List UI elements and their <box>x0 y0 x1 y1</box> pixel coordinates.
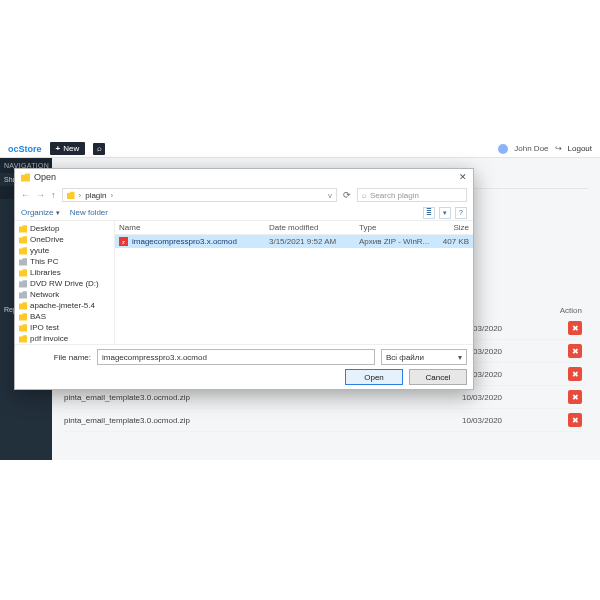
search-placeholder: Search plagin <box>370 191 419 200</box>
nav-back-icon[interactable]: ← <box>21 190 30 200</box>
new-button[interactable]: +New <box>50 142 86 155</box>
nav-up-icon[interactable]: ↑ <box>51 190 56 200</box>
file-name: imagecompresspro3.x.ocmod <box>132 237 269 246</box>
chevron-down-icon: ▾ <box>56 209 60 216</box>
file-date: 3/15/2021 9:52 AM <box>269 237 359 246</box>
folder-icon <box>19 269 27 277</box>
file-type: Архив ZIP - WinR... <box>359 237 429 246</box>
folder-icon <box>19 302 27 310</box>
tree-node[interactable]: DVD RW Drive (D:) <box>19 278 110 289</box>
view-options-icon[interactable]: ▾ <box>439 207 451 219</box>
avatar[interactable] <box>498 144 508 154</box>
pc-icon <box>19 258 27 266</box>
new-button-label: New <box>63 144 79 153</box>
folder-icon <box>19 225 27 233</box>
delete-button[interactable]: ✖ <box>568 367 582 381</box>
chevron-right-icon: › <box>111 191 114 200</box>
col-name[interactable]: Name <box>119 223 269 232</box>
row-date: 10/03/2020 <box>462 347 542 356</box>
zip-icon: z <box>119 237 128 246</box>
file-open-dialog: Open ✕ ← → ↑ › plagin › v ⟳ ⌕ Search pla… <box>14 168 474 390</box>
tree-node[interactable]: Network <box>19 289 110 300</box>
row-date: 10/03/2020 <box>462 370 542 379</box>
file-size: 407 KB <box>429 237 469 246</box>
table-row: pinta_email_template3.0.ocmod.zip 10/03/… <box>64 409 582 432</box>
tree-node[interactable]: Desktop <box>19 223 110 234</box>
tree-node[interactable]: yyute <box>19 245 110 256</box>
tree-node[interactable]: BAS <box>19 311 110 322</box>
file-name-label: File name: <box>21 353 91 362</box>
user-name[interactable]: John Doe <box>514 144 548 153</box>
dialog-title: Open <box>34 172 56 182</box>
delete-button[interactable]: ✖ <box>568 344 582 358</box>
chevron-down-icon[interactable]: v <box>328 191 332 200</box>
search-input[interactable]: ⌕ Search plagin <box>357 188 467 202</box>
file-row-selected[interactable]: z imagecompresspro3.x.ocmod 3/15/2021 9:… <box>115 235 473 248</box>
logout-icon: ↪ <box>555 144 562 153</box>
organize-menu[interactable]: Organize ▾ <box>21 208 60 217</box>
file-list[interactable]: Name Date modified Type Size z imagecomp… <box>115 221 473 344</box>
file-name-input[interactable] <box>97 349 375 365</box>
cancel-button[interactable]: Cancel <box>409 369 467 385</box>
plus-icon: + <box>56 144 61 153</box>
row-name: pinta_email_template3.0.ocmod.zip <box>64 416 462 425</box>
folder-icon <box>19 313 27 321</box>
search-icon: ⌕ <box>362 191 367 200</box>
tree-node[interactable]: This PC <box>19 256 110 267</box>
view-mode-icon[interactable]: ≣ <box>423 207 435 219</box>
file-type-filter[interactable]: Всі файли ▾ <box>381 349 467 365</box>
row-date: 10/03/2020 <box>462 324 542 333</box>
chevron-right-icon: › <box>79 191 82 200</box>
folder-icon <box>19 247 27 255</box>
new-folder-button[interactable]: New folder <box>70 208 108 217</box>
close-icon[interactable]: ✕ <box>459 172 467 182</box>
delete-button[interactable]: ✖ <box>568 321 582 335</box>
tree-node[interactable]: IPO test <box>19 322 110 333</box>
delete-button[interactable]: ✖ <box>568 390 582 404</box>
folder-tree[interactable]: Desktop OneDrive yyute This PC Libraries… <box>15 221 115 344</box>
chevron-down-icon: ▾ <box>458 353 462 362</box>
network-icon <box>19 291 27 299</box>
tree-node[interactable]: OneDrive <box>19 234 110 245</box>
nav-forward-icon[interactable]: → <box>36 190 45 200</box>
folder-icon <box>19 335 27 343</box>
row-name: pinta_email_template3.0.ocmod.zip <box>64 393 462 402</box>
tree-node[interactable]: Libraries <box>19 267 110 278</box>
refresh-icon[interactable]: ⟳ <box>343 190 351 200</box>
col-type[interactable]: Type <box>359 223 429 232</box>
row-date: 10/03/2020 <box>462 416 542 425</box>
search-icon[interactable]: ⌕ <box>93 143 105 155</box>
path-segment[interactable]: plagin <box>85 191 106 200</box>
folder-icon <box>67 191 75 199</box>
tree-node[interactable]: pdf invoice <box>19 333 110 344</box>
address-bar[interactable]: › plagin › v <box>62 188 338 202</box>
delete-button[interactable]: ✖ <box>568 413 582 427</box>
topbar: ocStore +New ⌕ John Doe ↪ Logout <box>0 140 600 158</box>
logout-link[interactable]: Logout <box>568 144 592 153</box>
drive-icon <box>19 280 27 288</box>
help-icon[interactable]: ? <box>455 207 467 219</box>
col-size[interactable]: Size <box>429 223 469 232</box>
open-button[interactable]: Open <box>345 369 403 385</box>
tree-node[interactable]: apache-jmeter-5.4 <box>19 300 110 311</box>
col-date[interactable]: Date modified <box>269 223 359 232</box>
brand-logo: ocStore <box>8 144 42 154</box>
folder-icon <box>19 236 27 244</box>
folder-icon <box>21 173 30 182</box>
folder-icon <box>19 324 27 332</box>
row-date: 10/03/2020 <box>462 393 542 402</box>
